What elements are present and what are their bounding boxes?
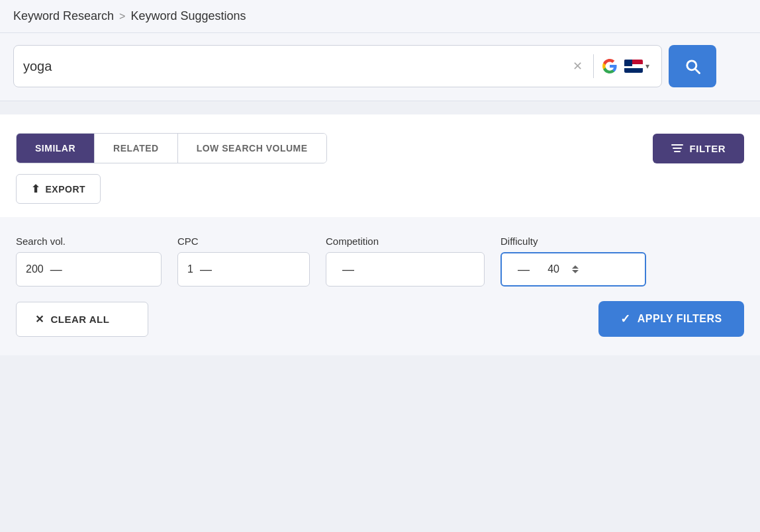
search-row: ✕ ▾ bbox=[13, 45, 747, 87]
filter-icon bbox=[671, 144, 683, 152]
cpc-input-box: 1 — bbox=[177, 252, 310, 287]
search-vol-input-box: 200 — bbox=[16, 252, 162, 287]
filter-field-difficulty: Difficulty — bbox=[500, 236, 646, 287]
search-icon bbox=[683, 57, 702, 75]
spinner-up-icon[interactable] bbox=[572, 265, 579, 269]
apply-filters-button[interactable]: ✓ APPLY FILTERS bbox=[598, 301, 744, 337]
tabs-section: SIMILAR RELATED LOW SEARCH VOLUME FILTER… bbox=[0, 114, 760, 217]
filter-field-cpc: CPC 1 — bbox=[177, 236, 310, 287]
check-icon: ✓ bbox=[620, 312, 631, 326]
difficulty-spinner[interactable] bbox=[572, 265, 579, 273]
breadcrumb-separator: > bbox=[119, 11, 125, 22]
search-section: ✕ ▾ bbox=[0, 33, 760, 101]
difficulty-max-input[interactable] bbox=[536, 263, 569, 275]
google-logo bbox=[602, 58, 618, 74]
filter-field-competition: Competition — bbox=[326, 236, 485, 287]
tab-similar[interactable]: SIMILAR bbox=[17, 134, 95, 163]
chevron-down-icon: ▾ bbox=[645, 62, 649, 71]
filter-field-search-vol: Search vol. 200 — bbox=[16, 236, 162, 287]
flag-dropdown[interactable]: ▾ bbox=[622, 57, 652, 75]
cpc-label: CPC bbox=[177, 236, 310, 247]
export-row: ⬆ EXPORT bbox=[16, 174, 744, 204]
difficulty-dash: — bbox=[518, 263, 530, 277]
breadcrumb-parent[interactable]: Keyword Research bbox=[13, 9, 114, 23]
clear-icon: ✕ bbox=[573, 59, 583, 73]
competition-input-box: — bbox=[326, 252, 485, 287]
difficulty-input-box: — bbox=[500, 252, 646, 287]
search-vol-label: Search vol. bbox=[16, 236, 162, 247]
export-button-label: EXPORT bbox=[46, 184, 86, 195]
search-input[interactable] bbox=[23, 59, 570, 74]
tabs-row: SIMILAR RELATED LOW SEARCH VOLUME FILTER bbox=[16, 133, 744, 163]
search-clear-button[interactable]: ✕ bbox=[570, 56, 585, 76]
breadcrumb-current: Keyword Suggestions bbox=[130, 9, 246, 23]
filters-section: Search vol. 200 — CPC 1 — Competition — … bbox=[0, 217, 760, 355]
search-button[interactable] bbox=[669, 45, 716, 87]
search-vol-min-value: 200 bbox=[26, 263, 44, 275]
tab-related[interactable]: RELATED bbox=[95, 134, 178, 163]
export-button[interactable]: ⬆ EXPORT bbox=[16, 174, 101, 204]
clear-all-icon: ✕ bbox=[35, 313, 44, 326]
clear-all-button[interactable]: ✕ CLEAR ALL bbox=[16, 302, 148, 337]
competition-dash: — bbox=[342, 263, 354, 277]
breadcrumb: Keyword Research > Keyword Suggestions bbox=[0, 0, 760, 33]
cpc-min-value: 1 bbox=[187, 263, 193, 275]
export-icon: ⬆ bbox=[31, 183, 40, 195]
difficulty-label: Difficulty bbox=[500, 236, 646, 247]
tab-low-search-volume[interactable]: LOW SEARCH VOLUME bbox=[178, 134, 326, 163]
apply-filters-label: APPLY FILTERS bbox=[638, 313, 722, 325]
filter-fields-row: Search vol. 200 — CPC 1 — Competition — … bbox=[16, 236, 744, 287]
flag-icon bbox=[624, 60, 643, 73]
competition-label: Competition bbox=[326, 236, 485, 247]
filter-button-label: FILTER bbox=[690, 143, 726, 154]
cpc-dash: — bbox=[200, 263, 212, 277]
search-input-wrapper: ✕ ▾ bbox=[13, 45, 662, 87]
clear-all-label: CLEAR ALL bbox=[51, 314, 110, 325]
search-vol-dash: — bbox=[50, 263, 62, 277]
search-divider bbox=[593, 54, 594, 78]
filter-actions-row: ✕ CLEAR ALL ✓ APPLY FILTERS bbox=[16, 301, 744, 337]
tabs-group: SIMILAR RELATED LOW SEARCH VOLUME bbox=[16, 133, 327, 163]
filter-button[interactable]: FILTER bbox=[653, 134, 744, 163]
spinner-down-icon[interactable] bbox=[572, 270, 579, 273]
